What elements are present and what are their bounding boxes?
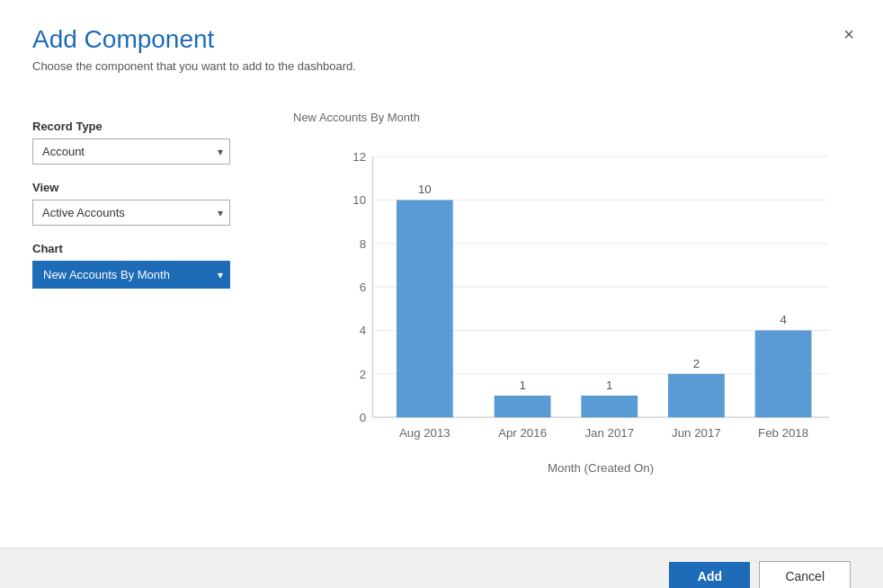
dialog-header: Add Component Choose the component that … [0, 0, 883, 84]
dialog-body: Record Type Account Contact Lead Opportu… [0, 84, 883, 548]
svg-text:Apr 2016: Apr 2016 [498, 426, 547, 440]
chart-wrapper: New Accounts By Month Accounts by Indust… [32, 261, 230, 289]
x-axis-label: Month (Created On) [548, 461, 654, 475]
svg-text:4: 4 [780, 313, 786, 326]
view-wrapper: Active Accounts All Accounts My Accounts… [32, 200, 230, 226]
dialog-title: Add Component [32, 25, 851, 54]
svg-text:Jun 2017: Jun 2017 [672, 426, 721, 440]
svg-text:1: 1 [519, 379, 525, 392]
chart-select[interactable]: New Accounts By Month Accounts by Indust… [32, 261, 230, 289]
bar-jan2017 [581, 396, 638, 417]
dialog-subtitle: Choose the component that you want to ad… [32, 59, 851, 73]
svg-text:Jan 2017: Jan 2017 [584, 426, 634, 440]
view-select[interactable]: Active Accounts All Accounts My Accounts [32, 200, 230, 226]
svg-text:12: 12 [352, 150, 366, 164]
view-label: View [32, 181, 248, 194]
svg-text:10: 10 [352, 193, 366, 207]
chart-svg: Count:All (Account) 0 2 4 6 8 [329, 133, 851, 485]
svg-text:Aug 2013: Aug 2013 [399, 426, 450, 440]
chart-area: Count:All (Account) 0 2 4 6 8 [284, 133, 851, 539]
svg-text:0: 0 [360, 411, 366, 424]
svg-text:6: 6 [360, 281, 366, 294]
svg-text:8: 8 [360, 237, 366, 251]
record-type-label: Record Type [32, 120, 248, 133]
add-button[interactable]: Add [669, 562, 750, 588]
bar-feb2018 [755, 330, 812, 417]
add-component-dialog: Add Component Choose the component that … [0, 0, 883, 588]
right-panel: New Accounts By Month Count:All (Account… [284, 102, 851, 539]
svg-text:Feb 2018: Feb 2018 [758, 426, 808, 440]
dialog-footer: Add Cancel [0, 548, 883, 588]
record-type-select[interactable]: Account Contact Lead Opportunity [32, 138, 230, 165]
bar-apr2016 [495, 396, 551, 417]
svg-text:2: 2 [693, 357, 700, 370]
close-button[interactable]: × [836, 22, 861, 47]
left-panel: Record Type Account Contact Lead Opportu… [32, 102, 248, 539]
cancel-button[interactable]: Cancel [759, 561, 851, 588]
svg-text:4: 4 [360, 324, 366, 337]
chart-label: Chart [32, 242, 248, 255]
svg-text:10: 10 [418, 183, 432, 196]
bar-jun2017 [668, 374, 725, 417]
bar-aug2013 [397, 200, 453, 417]
record-type-wrapper: Account Contact Lead Opportunity ▾ [32, 138, 230, 165]
svg-text:2: 2 [360, 368, 366, 381]
chart-title: New Accounts By Month [284, 111, 851, 124]
svg-text:1: 1 [606, 379, 612, 392]
